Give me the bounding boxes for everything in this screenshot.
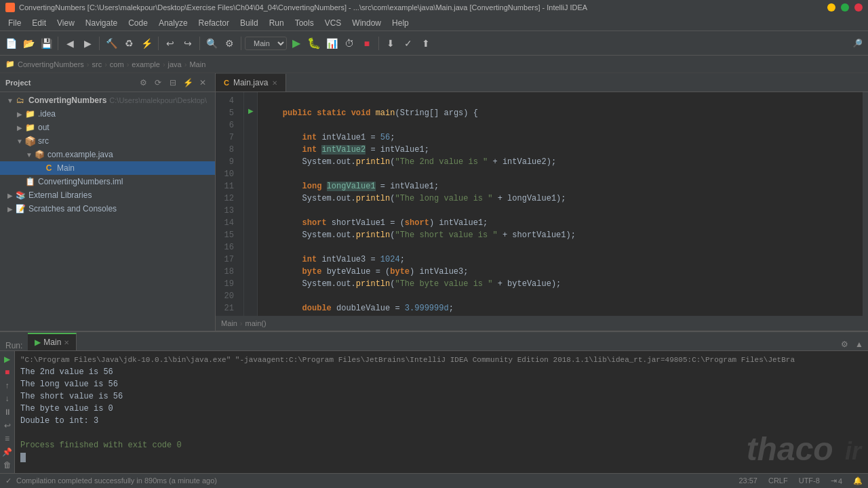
search-everywhere-button[interactable]: 🔎 [849, 35, 865, 52]
menu-refactor[interactable]: Refactor [193, 17, 235, 29]
menu-file[interactable]: File [3, 17, 26, 29]
window-title: ConvertingNumbers [C:\Users\malekpour\De… [19, 3, 587, 12]
forward-button[interactable]: ▶ [79, 35, 96, 52]
code-editor: 4 5 6 7 8 9 10 11 12 13 14 15 16 17 18 1… [216, 92, 868, 316]
bottom-tab-main[interactable]: ▶ Main ✕ [28, 333, 77, 350]
status-encoding[interactable]: UTF-8 [799, 476, 820, 485]
status-crlf[interactable]: CRLF [768, 476, 788, 485]
tree-item-out[interactable]: ▶ 📁 out [0, 121, 215, 134]
rebuild-button[interactable]: ♻ [121, 35, 137, 52]
expand-arrow-root[interactable]: ▼ [5, 97, 15, 104]
tree-item-package[interactable]: ▼ 📦 com.example.java [0, 148, 215, 161]
open-button[interactable]: 📂 [20, 35, 37, 52]
sidebar-gear-button[interactable]: ⚙ [136, 76, 150, 89]
menu-view[interactable]: View [52, 17, 80, 29]
tree-item-idea[interactable]: ▶ 📁 .idea [0, 107, 215, 121]
pin-button[interactable]: 📌 [1, 447, 14, 458]
sidebar-header: Project ⚙ ⟳ ⊟ ⚡ ✕ [0, 73, 215, 92]
undo-button[interactable]: ↩ [162, 35, 178, 52]
breadcrumb-java[interactable]: java [168, 60, 182, 68]
line-num-5: 5 [216, 107, 238, 119]
new-file-button[interactable]: 📄 [3, 35, 19, 52]
run-stop-button[interactable]: ■ [1, 367, 14, 378]
rebuild-all-button[interactable]: ⚡ [138, 35, 155, 52]
menu-code[interactable]: Code [123, 17, 153, 29]
menu-navigate[interactable]: Navigate [80, 17, 123, 29]
tab-close-button[interactable]: ✕ [272, 79, 277, 87]
run-restart-button[interactable]: ▶ [1, 354, 14, 365]
redo-button[interactable]: ↪ [180, 35, 196, 52]
replace-button[interactable]: ⚙ [221, 35, 237, 52]
scroll-down-button[interactable]: ↓ [1, 394, 14, 405]
run-button[interactable]: ▶ [288, 35, 304, 52]
expand-arrow-out[interactable]: ▶ [15, 124, 24, 131]
save-button[interactable]: 💾 [38, 35, 54, 52]
output-area[interactable]: "C:\Program Files\Java\jdk-10.0.1\bin\ja… [15, 351, 868, 473]
pause-button[interactable]: ⏸ [1, 407, 14, 418]
stop-button[interactable]: ■ [359, 35, 375, 52]
tab-main-java[interactable]: C Main.java ✕ [216, 74, 286, 92]
vcs-commit-button[interactable]: ✓ [400, 35, 416, 52]
minimize-button[interactable] [827, 3, 835, 12]
scroll-up-button[interactable]: ↑ [1, 380, 14, 391]
breadcrumb-src[interactable]: src [92, 60, 102, 68]
back-button[interactable]: ◀ [62, 35, 78, 52]
sidebar-collapse-button[interactable]: ⊟ [166, 76, 180, 89]
bottom-settings-button[interactable]: ⚙ [838, 338, 850, 350]
menu-analyze[interactable]: Analyze [153, 17, 193, 29]
menu-edit[interactable]: Edit [26, 17, 52, 29]
breadcrumb-com[interactable]: com [110, 60, 124, 68]
find-button[interactable]: 🔍 [203, 35, 220, 52]
run-tab-close[interactable]: ✕ [64, 339, 69, 346]
menu-vcs[interactable]: VCS [319, 17, 347, 29]
breadcrumb-main[interactable]: Main [189, 60, 205, 68]
sidebar-settings-button[interactable]: ⚡ [181, 76, 195, 89]
coverage-button[interactable]: 📊 [323, 35, 340, 52]
run-config-select[interactable]: Main [245, 37, 287, 50]
tree-item-main[interactable]: C Main [0, 161, 215, 175]
expand-arrow-idea[interactable]: ▶ [15, 110, 24, 118]
code-content[interactable]: public static void main(String[] args) {… [258, 92, 863, 316]
expand-arrow-src[interactable]: ▼ [15, 138, 24, 145]
bottom-expand-button[interactable]: ▲ [853, 338, 865, 350]
expand-arrow-scratches[interactable]: ▶ [5, 205, 15, 213]
status-line-col[interactable]: 23:57 [738, 476, 757, 485]
filter-button[interactable]: ≡ [1, 433, 14, 444]
wrap-button[interactable]: ↩ [1, 420, 14, 431]
menu-tools[interactable]: Tools [290, 17, 319, 29]
menu-build[interactable]: Build [235, 17, 264, 29]
profile-button[interactable]: ⏱ [341, 35, 357, 52]
close-button[interactable] [854, 3, 863, 12]
breadcrumb-example[interactable]: example [132, 60, 160, 68]
menu-help[interactable]: Help [387, 17, 414, 29]
tree-item-root[interactable]: ▼ 🗂 ConvertingNumbers C:\Users\malekpour… [0, 94, 215, 107]
expand-arrow-package[interactable]: ▼ [24, 151, 34, 159]
bottom-content: ▶ ■ ↑ ↓ ⏸ ↩ ≡ 📌 🗑 "C:\Program Files\Java… [0, 351, 868, 473]
bottom-run-label[interactable]: Run: [0, 341, 28, 350]
vcs-update-button[interactable]: ⬇ [382, 35, 399, 52]
menu-run[interactable]: Run [264, 17, 290, 29]
line-num-19: 19 [216, 278, 238, 290]
editor-scrollbar[interactable] [863, 92, 868, 316]
breadcrumb-project[interactable]: ConvertingNumbers [18, 60, 84, 68]
expand-arrow-ext-libs[interactable]: ▶ [5, 192, 15, 199]
menu-window[interactable]: Window [347, 17, 387, 29]
vcs-push-button[interactable]: ⬆ [418, 35, 434, 52]
gutter: ▶ [244, 92, 258, 316]
tree-item-scratches[interactable]: ▶ 📝 Scratches and Consoles [0, 202, 215, 216]
cursor [20, 453, 26, 462]
sidebar-sync-button[interactable]: ⟳ [151, 76, 165, 89]
tree-item-iml[interactable]: 📋 ConvertingNumbers.iml [0, 175, 215, 188]
line-num-11: 11 [216, 180, 238, 192]
code-line-12: System.out.println("The long value is " … [263, 192, 857, 205]
sidebar-close-button[interactable]: ✕ [196, 76, 210, 89]
maximize-button[interactable] [841, 3, 849, 12]
trash-button[interactable]: 🗑 [1, 460, 14, 471]
tree-item-ext-libs[interactable]: ▶ 📚 External Libraries [0, 188, 215, 202]
output-line-5: Double to int: 3 [20, 415, 863, 427]
debug-button[interactable]: 🐛 [306, 35, 322, 52]
tree-item-src[interactable]: ▼ 📦 src [0, 134, 215, 148]
output-line-6 [20, 427, 863, 439]
build-button[interactable]: 🔨 [103, 35, 119, 52]
line-num-15: 15 [216, 229, 238, 241]
